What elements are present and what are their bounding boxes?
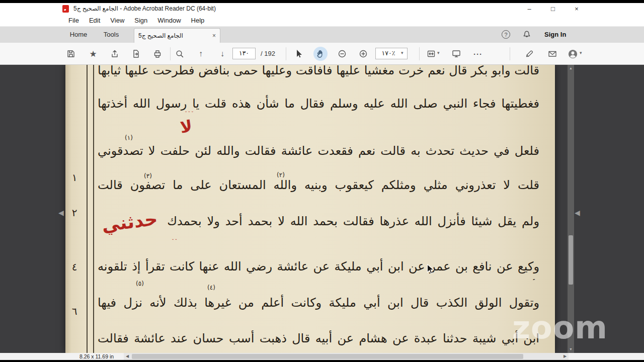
menu-file[interactable]: File (63, 15, 84, 27)
footnote-marker: (٣) (144, 172, 152, 179)
previous-page-icon[interactable]: ↑ (194, 47, 208, 61)
red-correction-marks: ˇˇˇ (185, 111, 195, 117)
page-line: قلت لا تعذروني مثلي ومثلكم كيعقوب وبنيه … (98, 174, 539, 199)
scroll-left-icon[interactable]: ◀ (124, 353, 131, 360)
margin-number: ٢ (67, 207, 82, 219)
vertical-scrollbar-thumb[interactable] (569, 235, 573, 285)
toolbar-separator (510, 47, 510, 60)
page-rule-line (87, 65, 88, 353)
document-canvas: ١ ٢ ٤ ٦ قالت وأبو بكر قال نعم خرت مغشيا … (0, 65, 644, 353)
red-correction-marks: ˇˇ (172, 239, 179, 244)
export-pdf-icon[interactable] (129, 47, 143, 61)
scroll-up-icon[interactable]: ▲ (568, 65, 574, 72)
search-icon[interactable] (173, 47, 187, 61)
help-icon[interactable]: ? (502, 30, 510, 39)
menu-help[interactable]: Help (186, 15, 210, 27)
tab-document[interactable]: الجامع الصحيح ج5 × (134, 28, 220, 43)
tab-home[interactable]: Home (64, 27, 93, 43)
page-rule-line (93, 65, 94, 353)
close-button[interactable]: × (565, 3, 588, 15)
page-line: فغطيتها فجاء النبي صلى الله عليه وسلم فق… (98, 93, 539, 117)
acrobat-app-icon (62, 5, 69, 13)
menu-edit[interactable]: Edit (84, 15, 105, 27)
tab-tools[interactable]: Tools (97, 27, 126, 43)
account-caret-icon[interactable]: ▾ (580, 50, 582, 55)
red-marginal-note: لا (179, 117, 193, 137)
page-line-text: ولم يقل شيئا فأنزل الله عذرها فقالت بحمد… (167, 214, 539, 228)
share-icon[interactable] (108, 47, 122, 61)
toolbar-separator (286, 47, 286, 60)
maximize-button[interactable]: □ (541, 3, 565, 15)
page-line: فلعل في حديث تحدث به قالت نعم فقعدت عائش… (98, 140, 539, 164)
footnote-marker: (٤) (207, 284, 215, 291)
notifications-bell-icon[interactable] (522, 30, 532, 40)
pane-collapse-arrow-icon[interactable]: ◀ (575, 209, 580, 217)
next-page-icon[interactable]: ↓ (215, 47, 229, 61)
page-line: وتقول الولق الكذب قال ابن أبي مليكة وكان… (98, 292, 539, 316)
save-icon[interactable] (64, 47, 78, 61)
status-bar: 8.26 x 11.69 in ◀ ▶ (0, 353, 644, 360)
zoom-watermark: zoom (512, 309, 608, 346)
title-bar: الجامع الصحيح ج5 - Adobe Acrobat Reader … (0, 3, 644, 15)
document-tab-label: الجامع الصحيح ج5 (138, 32, 183, 39)
zoom-level-value: ١٧٠٪ (382, 50, 395, 57)
red-hadith-word: حدثني (101, 211, 158, 235)
minimize-button[interactable]: – (518, 3, 541, 15)
page-number-input[interactable]: ١٣٠ (232, 48, 256, 59)
page-line: قالت وأبو بكر قال نعم خرت مغشيا عليها فأ… (98, 65, 539, 84)
menu-window[interactable]: Window (152, 15, 186, 27)
toolbar: ★ ↑ ↓ ١٣٠ / 192 (0, 43, 644, 65)
document-size-label: 8.26 x 11.69 in (79, 353, 114, 360)
email-icon[interactable] (545, 47, 559, 61)
mouse-cursor (427, 264, 436, 277)
page-line: وكيع عن نافع بن عمر عن ابن أبي مليكة عن … (98, 256, 539, 280)
more-tools-icon[interactable]: ··· (471, 47, 485, 61)
page-line: ولم يقل شيئا فأنزل الله عذرها فقالت بحمد… (98, 211, 539, 235)
hand-tool-icon[interactable] (313, 47, 328, 61)
prev-page-arrow-icon[interactable]: ◀ (58, 209, 64, 217)
window-title: الجامع الصحيح ج5 - Adobe Acrobat Reader … (73, 3, 216, 15)
menu-bar: File Edit View Sign Window Help (0, 15, 644, 27)
tab-close-icon[interactable]: × (212, 32, 216, 39)
menu-sign[interactable]: Sign (129, 15, 152, 27)
select-tool-icon[interactable] (292, 47, 306, 61)
pdf-page[interactable]: ١ ٢ ٤ ٦ قالت وأبو بكر قال نعم خرت مغشيا … (65, 65, 555, 353)
account-avatar[interactable] (566, 47, 580, 61)
letterbox-bottom (0, 360, 644, 362)
zoom-in-icon[interactable] (356, 47, 370, 61)
toolbar-separator (419, 47, 420, 60)
zoom-out-icon[interactable] (335, 47, 349, 61)
scroll-right-icon[interactable]: ▶ (561, 353, 569, 360)
zoom-dropdown-caret-icon[interactable]: ▾ (401, 50, 404, 55)
menu-view[interactable]: View (105, 15, 129, 27)
read-mode-icon[interactable] (449, 47, 463, 61)
horizontal-scrollbar-thumb[interactable] (132, 354, 523, 359)
margin-number: ٦ (67, 305, 82, 317)
fill-sign-pen-icon[interactable] (522, 47, 536, 61)
horizontal-scrollbar[interactable]: ◀ ▶ (124, 353, 569, 360)
footnote-marker: (٢) (277, 171, 285, 178)
scroll-down-icon[interactable]: ▼ (568, 346, 574, 353)
fit-width-icon[interactable] (424, 47, 438, 61)
favorites-star-icon[interactable]: ★ (86, 47, 100, 61)
margin-number: ٤ (67, 261, 82, 273)
page-line: ابن أبي شيبة حدثنا عبدة عن هشام عن أبيه … (98, 328, 539, 352)
page-count-label: / 192 (261, 50, 275, 57)
footnote-marker: (٥) (136, 280, 144, 287)
print-icon[interactable] (150, 47, 165, 61)
margin-number: ١ (67, 171, 82, 184)
toolbar-separator (170, 47, 171, 60)
footnote-marker: (١) (125, 134, 133, 141)
fit-width-caret-icon[interactable]: ▾ (437, 50, 440, 55)
page-line-text: وتقول الولق الكذب قال ابن أبي مليكة وكان… (98, 296, 539, 310)
sign-in-button[interactable]: Sign In (544, 27, 566, 43)
tab-bar: Home Tools الجامع الصحيح ج5 × ? Sign In (0, 27, 644, 43)
